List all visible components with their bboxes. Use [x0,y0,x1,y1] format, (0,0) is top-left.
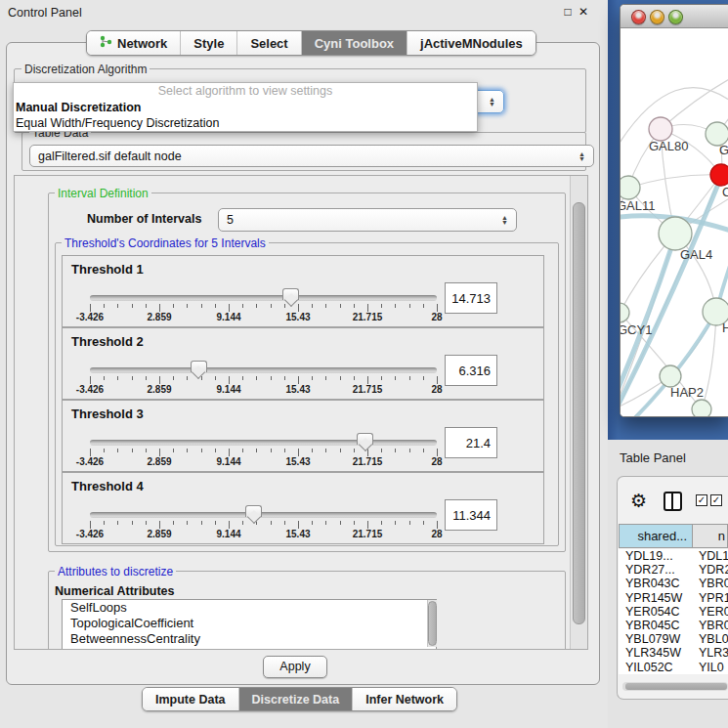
slider-tick [117,521,118,525]
close-icon[interactable]: ✕ [577,5,590,19]
tab-cyni-toolbox[interactable]: Cyni Toolbox [302,31,407,55]
bottom-tab-discretize-data[interactable]: Discretize Data [239,688,354,710]
slider-tick [117,304,118,308]
algorithm-dropdown-popup: Select algorithm to view settings Manual… [13,82,478,132]
slider-tick [159,449,160,456]
settings-panel-scrollbar[interactable] [570,176,587,649]
attribute-list-item[interactable]: SelfLoops [63,600,436,616]
network-node-hap2[interactable] [660,365,681,387]
zoom-traffic-light[interactable] [668,10,683,24]
table-row[interactable]: YBR045CYBR0 [619,619,728,632]
attribute-list-item[interactable]: BetweennessCentrality [63,631,436,647]
network-node-gal80[interactable] [649,117,672,141]
slider-thumb[interactable] [191,361,207,372]
attributes-list-scrollbar[interactable] [427,600,437,647]
table-row[interactable]: YDL19...YDL1 [619,549,728,563]
network-node-gal4[interactable] [659,217,692,250]
network-canvas[interactable]: GAL80GACGAL11GAL4GCY1HHAP2 [621,28,728,416]
slider-tick [298,449,299,456]
bottom-tab-infer-network[interactable]: Infer Network [353,688,456,710]
network-node[interactable] [692,400,711,416]
slider-thumb[interactable] [357,433,373,445]
screen: Control Panel □ ✕ NetworkStyleSelectCyni… [0,0,728,728]
slider-tick [242,376,243,380]
tab-select[interactable]: Select [237,31,301,55]
attribute-list-item[interactable]: TopologicalCoefficient [63,616,436,631]
slider-tick [256,521,257,525]
table-data-combobox[interactable]: galFiltered.sif default node ▲▼ [29,145,594,167]
slider-track[interactable] [90,440,437,446]
table-row[interactable]: YBL079WYBL0 [619,632,728,646]
table-row[interactable]: YIL052CYIL0 [619,661,728,674]
network-node-gal11[interactable] [621,176,640,199]
table-row[interactable]: YPR145WYPR1 [619,591,728,605]
table-row[interactable]: YER054CYER0 [619,605,728,619]
slider-tick [325,376,326,380]
numerical-attributes-list[interactable]: SelfLoopsTopologicalCoefficientBetweenne… [62,599,437,650]
slider-tick [256,376,257,380]
settings-panel-scrollbar-thumb[interactable] [573,202,585,624]
dropdown-placeholder-item[interactable]: Select algorithm to view settings [14,83,477,100]
bottom-tab-impute-data[interactable]: Impute Data [143,688,239,710]
close-traffic-light[interactable] [631,10,646,24]
combo-arrows-icon: ▲▼ [578,151,585,161]
dropdown-option-manual-discretization[interactable]: Manual Discretization [14,100,477,115]
slider-tick [117,376,118,380]
network-window-titlebar[interactable] [621,5,728,28]
table-row[interactable]: YLR345WYLR3 [619,646,728,660]
slider-thumb[interactable] [245,505,262,517]
slider-track[interactable] [90,367,437,373]
slider-tick [381,376,382,380]
tab-network[interactable]: Network [87,31,181,55]
slider-tick-label: 9.144 [216,312,240,322]
slider-track[interactable] [90,295,437,301]
network-node-gcy1[interactable] [621,303,629,322]
slider-tick [298,376,299,384]
threshold-value-field[interactable]: 14.713 [445,282,497,314]
cell-name: YBR0 [699,619,728,632]
minimize-traffic-light[interactable] [650,10,664,24]
table-rows[interactable]: YDL19...YDL1YDR27...YDR2YBR043CYBR0YPR14… [619,549,728,674]
slider-tick-label: 9.144 [216,529,240,539]
slider-tick [395,376,396,380]
float-window-icon[interactable]: □ [561,5,575,19]
slider-tick [271,521,272,525]
threshold-panel-1: Threshold 1-3.4262.8599.14415.4321.71528… [62,255,544,327]
threshold-value-field[interactable]: 21.4 [445,427,497,458]
tab-style[interactable]: Style [181,31,237,55]
slider-tick [423,449,424,452]
column-header-name[interactable]: n [693,524,728,548]
slider-tick [201,304,202,308]
threshold-value-field[interactable]: 6.316 [445,355,497,386]
dropdown-option-equal-width-frequency-discretization[interactable]: Equal Width/Frequency Discretization [14,115,477,131]
slider-tick [146,304,147,308]
slider-thumb[interactable] [282,288,299,300]
table-row[interactable]: YDR27...YDR2 [619,563,728,577]
slider-tick [325,449,326,452]
node-label: H [722,321,728,335]
cell-shared-name: YBL079W [625,632,680,646]
checkbox-icon-1[interactable]: ✓ [696,494,707,506]
table-horizontal-scrollbar[interactable] [622,682,728,691]
threshold-value-field[interactable]: 11.344 [445,499,497,531]
slider-tick [354,521,355,525]
cell-shared-name: YPR145W [625,591,682,605]
column-header-shared-name[interactable]: shared... [619,524,693,548]
slider-tick [173,449,174,452]
combo-arrows-icon: ▲▼ [501,215,508,225]
number-of-intervals-label: Number of Intervals [87,212,201,226]
slider-tick-label: 21.715 [353,456,383,467]
slider-tick [284,304,285,308]
apply-button[interactable]: Apply [263,656,327,678]
network-node-c[interactable] [710,164,728,186]
gear-icon[interactable]: ⚙ [630,492,647,510]
slider-tick [312,521,313,525]
table-row[interactable]: YBR043CYBR0 [619,577,728,590]
checkbox-icon-2[interactable]: ✓ [710,494,722,506]
columns-icon[interactable] [664,492,682,511]
attributes-group-label: Attributes to discretize [55,565,176,578]
tab-jactivemnodules[interactable]: jActiveMNodules [407,31,535,55]
number-of-intervals-combobox[interactable]: 5 ▲▼ [218,208,517,232]
slider-tick [367,449,368,456]
slider-track[interactable] [90,512,437,518]
